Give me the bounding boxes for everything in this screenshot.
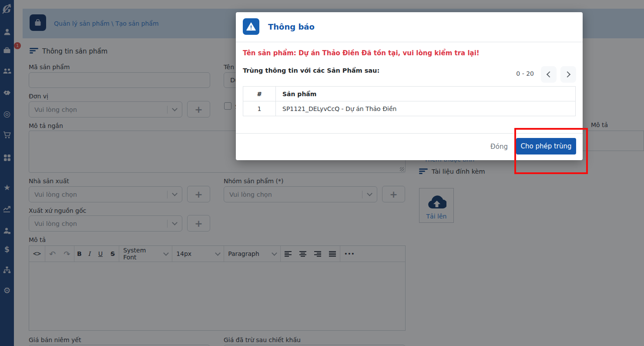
- pagination-prev-button[interactable]: [541, 66, 557, 83]
- duplicate-error-message: Tên sản phẩm: Dự án Thảo Điền Đã tồn tại…: [243, 49, 480, 57]
- close-button[interactable]: Đóng: [485, 141, 513, 152]
- modal-title: Thông báo: [268, 22, 315, 31]
- app-window: G ◎ ★: [0, 0, 644, 346]
- annotation-highlight-rectangle: [514, 128, 588, 174]
- warning-icon: [243, 18, 259, 35]
- duplicate-products-table: # Sản phẩm 1 SP1121_DELyvCcQ - Dự án Thả…: [243, 86, 576, 116]
- chevron-right-icon: [564, 71, 570, 77]
- table-header-row: # Sản phẩm: [243, 87, 576, 101]
- chevron-left-icon: [547, 71, 553, 77]
- pagination-next-button[interactable]: [560, 66, 576, 83]
- table-row[interactable]: 1 SP1121_DELyvCcQ - Dự án Thảo Điền: [243, 101, 576, 116]
- col-product: Sản phẩm: [276, 87, 576, 101]
- duplicate-list-subtitle: Trùng thông tin với các Sản Phẩm sau:: [243, 67, 379, 74]
- pagination-range: 0 - 20: [516, 70, 534, 77]
- col-index: #: [243, 87, 276, 101]
